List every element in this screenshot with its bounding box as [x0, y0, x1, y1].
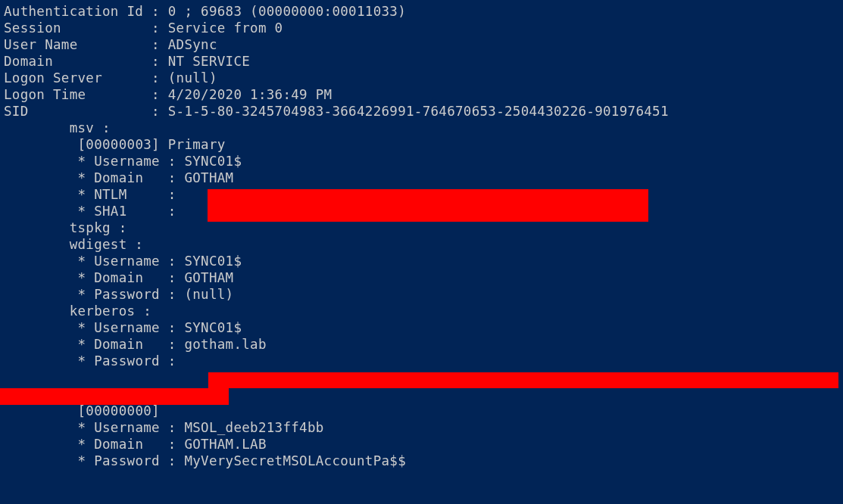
- msv-domain-value: GOTHAM: [184, 170, 233, 185]
- session-line: Session : Service from 0: [4, 20, 839, 37]
- redaction-kerberos-password-2: [0, 388, 229, 405]
- auth-id-value: 0 ; 69683 (00000000:00011033): [168, 4, 406, 19]
- kerberos-password-line: * Password :: [4, 353, 839, 370]
- kerberos-password-label: * Password: [78, 353, 160, 369]
- msv-username-value: SYNC01$: [184, 154, 242, 169]
- wdigest-domain-label: * Domain: [78, 270, 144, 285]
- kerberos-domain-value: gotham.lab: [184, 337, 266, 352]
- sid-label: SID: [4, 104, 29, 119]
- ssp-username-value: MSOL_deeb213ff4bb: [184, 420, 323, 435]
- msv-username-line: * Username : SYNC01$: [4, 154, 839, 170]
- kerberos-header-line: kerberos :: [4, 303, 839, 320]
- wdigest-password-value: (null): [184, 287, 233, 302]
- wdigest-password-label: * Password: [78, 287, 160, 302]
- msv-header: msv :: [70, 120, 111, 135]
- ssp-username-line: * Username : MSOL_deeb213ff4bb: [4, 420, 839, 437]
- msv-primary: [00000003] Primary: [78, 137, 226, 152]
- msv-ntlm-label: * NTLM: [78, 187, 127, 202]
- msv-primary-line: [00000003] Primary: [4, 137, 839, 154]
- ssp-domain-label: * Domain: [78, 437, 144, 452]
- msv-username-label: * Username: [78, 154, 160, 169]
- user-name-line: User Name : ADSync: [4, 37, 839, 54]
- ssp-index-line: [00000000]: [4, 403, 839, 420]
- logon-time-value: 4/20/2020 1:36:49 PM: [168, 87, 333, 102]
- wdigest-header-line: wdigest :: [4, 237, 839, 254]
- sid-value: S-1-5-80-3245704983-3664226991-764670653…: [168, 104, 669, 119]
- kerberos-username-value: SYNC01$: [184, 320, 242, 335]
- logon-server-value: (null): [168, 70, 217, 86]
- wdigest-username-value: SYNC01$: [184, 254, 242, 269]
- kerberos-domain-line: * Domain : gotham.lab: [4, 337, 839, 353]
- sid-line: SID : S-1-5-80-3245704983-3664226991-764…: [4, 104, 839, 120]
- logon-server-line: Logon Server : (null): [4, 70, 839, 87]
- tspkg-header: tspkg :: [70, 220, 127, 235]
- tspkg-header-line: tspkg :: [4, 220, 839, 237]
- user-name-label: User Name: [4, 37, 78, 52]
- wdigest-header: wdigest :: [70, 237, 144, 252]
- logon-server-label: Logon Server: [4, 70, 102, 86]
- msv-header-line: msv :: [4, 120, 839, 137]
- user-name-value: ADSync: [168, 37, 217, 52]
- msv-domain-label: * Domain: [78, 170, 144, 185]
- kerberos-domain-label: * Domain: [78, 337, 144, 352]
- msv-domain-line: * Domain : GOTHAM: [4, 170, 839, 187]
- ssp-domain-value: GOTHAM.LAB: [184, 437, 266, 452]
- ssp-password-label: * Password: [78, 453, 160, 468]
- logon-time-label: Logon Time: [4, 87, 86, 102]
- wdigest-domain-value: GOTHAM: [184, 270, 233, 285]
- domain-label: Domain: [4, 54, 53, 69]
- redaction-ntlm-sha1: [208, 189, 648, 222]
- logon-time-line: Logon Time : 4/20/2020 1:36:49 PM: [4, 87, 839, 104]
- wdigest-username-label: * Username: [78, 254, 160, 269]
- ssp-password-value: MyVerySecretMSOLAccountPa$$: [184, 453, 406, 468]
- domain-line: Domain : NT SERVICE: [4, 54, 839, 70]
- session-label: Session: [4, 20, 61, 36]
- auth-id-label: Authentication Id: [4, 4, 143, 19]
- auth-id-line: Authentication Id : 0 ; 69683 (00000000:…: [4, 4, 839, 20]
- wdigest-username-line: * Username : SYNC01$: [4, 254, 839, 270]
- ssp-password-line: * Password : MyVerySecretMSOLAccountPa$$: [4, 453, 839, 470]
- kerberos-header: kerberos :: [70, 303, 151, 319]
- ssp-username-label: * Username: [78, 420, 160, 435]
- domain-value: NT SERVICE: [168, 54, 250, 69]
- wdigest-domain-line: * Domain : GOTHAM: [4, 270, 839, 287]
- ssp-domain-line: * Domain : GOTHAM.LAB: [4, 437, 839, 453]
- session-value: Service from 0: [168, 20, 283, 36]
- redaction-kerberos-password-1: [208, 372, 838, 388]
- kerberos-username-label: * Username: [78, 320, 160, 335]
- kerberos-username-line: * Username : SYNC01$: [4, 320, 839, 337]
- msv-sha1-label: * SHA1: [78, 204, 127, 219]
- ssp-index: [00000000]: [78, 403, 160, 418]
- wdigest-password-line: * Password : (null): [4, 287, 839, 303]
